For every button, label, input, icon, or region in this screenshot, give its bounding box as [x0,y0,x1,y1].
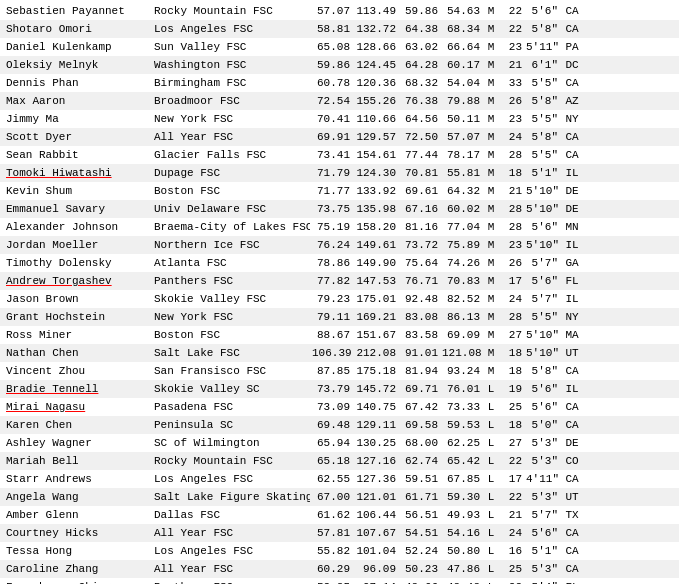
table-row: Angela WangSalt Lake Figure Skating67.00… [0,488,679,506]
state: CA [560,473,584,485]
score-4: 68.34 [440,23,482,35]
score-2: 127.16 [352,455,398,467]
score-2: 129.57 [352,131,398,143]
score-4: 75.89 [440,239,482,251]
height: 5'8" [524,131,560,143]
sex: M [482,203,500,215]
score-1: 76.24 [310,239,352,251]
athlete-name: Grant Hochstein [4,311,152,323]
score-2: 169.21 [352,311,398,323]
score-3: 59.51 [398,473,440,485]
club-name: Panthers FSC [152,275,310,287]
table-row: Tessa HongLos Angeles FSC55.82101.0452.2… [0,542,679,560]
athlete-name: Emmanuel Savary [4,203,152,215]
table-row: Bradie TennellSkokie Valley SC73.79145.7… [0,380,679,398]
score-1: 55.82 [310,545,352,557]
score-3: 64.38 [398,23,440,35]
state: CA [560,419,584,431]
state: TX [560,509,584,521]
table-row: Emmanuel SavaryUniv Delaware FSC73.75135… [0,200,679,218]
score-1: 72.54 [310,95,352,107]
athlete-name: Mariah Bell [4,455,152,467]
athlete-name: Amber Glenn [4,509,152,521]
height: 5'10" [524,239,560,251]
state: IL [560,293,584,305]
score-2: 128.66 [352,41,398,53]
sex: M [482,59,500,71]
score-1: 71.77 [310,185,352,197]
table-row: Timothy DolenskyAtlanta FSC78.86149.9075… [0,254,679,272]
score-4: 78.17 [440,149,482,161]
table-row: Grant HochsteinNew York FSC79.11169.2183… [0,308,679,326]
score-2: 130.25 [352,437,398,449]
state: CA [560,149,584,161]
score-2: 133.92 [352,185,398,197]
table-row: Shotaro OmoriLos Angeles FSC58.81132.726… [0,20,679,38]
age: 23 [500,239,524,251]
score-3: 69.58 [398,419,440,431]
sex: M [482,95,500,107]
height: 5'6" [524,527,560,539]
table-row: Andrew TorgashevPanthers FSC77.82147.537… [0,272,679,290]
club-name: Los Angeles FSC [152,23,310,35]
score-3: 50.23 [398,563,440,575]
score-4: 74.26 [440,257,482,269]
table-row: Jason BrownSkokie Valley FSC79.23175.019… [0,290,679,308]
score-4: 54.63 [440,5,482,17]
age: 28 [500,149,524,161]
height: 5'1" [524,167,560,179]
sex: M [482,185,500,197]
height: 5'3" [524,563,560,575]
age: 33 [500,77,524,89]
score-3: 81.94 [398,365,440,377]
state: AZ [560,95,584,107]
age: 27 [500,437,524,449]
state: DE [560,185,584,197]
age: 27 [500,329,524,341]
height: 5'6" [524,275,560,287]
club-name: Salt Lake FSC [152,347,310,359]
club-name: Rocky Mountain FSC [152,5,310,17]
table-row: Oleksiy MelnykWashington FSC59.86124.456… [0,56,679,74]
score-2: 113.49 [352,5,398,17]
table-row: Amber GlennDallas FSC61.62106.4456.5149.… [0,506,679,524]
score-3: 62.74 [398,455,440,467]
athlete-name: Andrew Torgashev [4,275,152,287]
athlete-name: Alexander Johnson [4,221,152,233]
height: 5'10" [524,347,560,359]
height: 6'1" [524,59,560,71]
table-row: Daniel KulenkampSun Valley FSC65.08128.6… [0,38,679,56]
score-4: 59.53 [440,419,482,431]
sex: L [482,473,500,485]
athlete-name: Caroline Zhang [4,563,152,575]
table-row: Sean RabbitGlacier Falls FSC73.41154.617… [0,146,679,164]
state: CA [560,23,584,35]
height: 5'7" [524,257,560,269]
score-3: 64.28 [398,59,440,71]
score-4: 82.52 [440,293,482,305]
height: 5'3" [524,455,560,467]
age: 23 [500,113,524,125]
score-4: 59.30 [440,491,482,503]
sex: L [482,563,500,575]
score-1: 73.41 [310,149,352,161]
score-4: 86.13 [440,311,482,323]
sex: M [482,113,500,125]
table-row: Ross MinerBoston FSC88.67151.6783.5869.0… [0,326,679,344]
age: 16 [500,545,524,557]
athlete-name: Ross Miner [4,329,152,341]
score-4: 54.04 [440,77,482,89]
athlete-name: Tessa Hong [4,545,152,557]
score-1: 60.29 [310,563,352,575]
club-name: Atlanta FSC [152,257,310,269]
sex: M [482,41,500,53]
age: 23 [500,41,524,53]
table-row: Ashley WagnerSC of Wilmington65.94130.25… [0,434,679,452]
age: 28 [500,203,524,215]
score-4: 49.93 [440,509,482,521]
sex: M [482,77,500,89]
score-1: 65.94 [310,437,352,449]
score-2: 96.09 [352,563,398,575]
age: 25 [500,401,524,413]
score-2: 151.67 [352,329,398,341]
